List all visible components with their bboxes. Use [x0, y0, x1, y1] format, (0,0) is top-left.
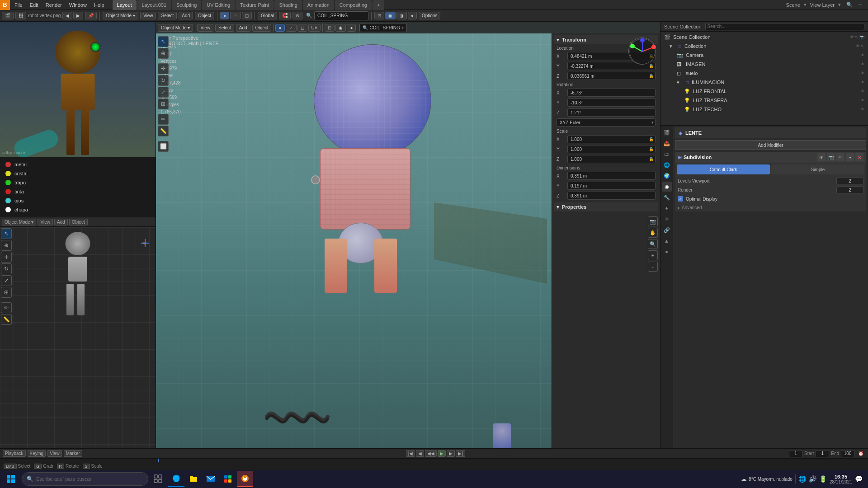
- prop-tab-modifier[interactable]: 🔧: [662, 192, 672, 202]
- mod-catmull-clark-btn[interactable]: Catmull-Clark: [677, 164, 770, 174]
- viewport-shading-material[interactable]: ◑: [396, 12, 407, 19]
- menu-edit[interactable]: Edit: [26, 0, 42, 9]
- proportional-edit[interactable]: ⊙: [292, 12, 302, 19]
- optimal-display-checkbox[interactable]: ✓: [678, 196, 683, 202]
- tray-network-icon[interactable]: 🌐: [798, 475, 806, 483]
- vis-render[interactable]: 📷: [859, 35, 864, 39]
- rot-x-field[interactable]: -6.73°: [567, 89, 656, 97]
- vt-shading-solid[interactable]: ◉: [335, 24, 346, 32]
- prop-tab-view-layer[interactable]: 🗂: [662, 149, 672, 159]
- outliner-item-luz-trasera[interactable]: 💡 LUZ TRASERA 👁: [660, 96, 868, 105]
- taskbar-app-explorer[interactable]: [185, 471, 202, 487]
- prop-tab-constraints[interactable]: 🔗: [662, 225, 672, 235]
- tool-annotate[interactable]: ✏: [158, 114, 169, 125]
- dim-x-field[interactable]: 0.391 m: [567, 172, 656, 180]
- jump-end-btn[interactable]: ▶|: [456, 450, 465, 457]
- search-input[interactable]: [314, 11, 368, 20]
- outliner-item-luz-techo[interactable]: 💡 LUZ-TECHO 👁: [660, 105, 868, 114]
- levels-viewport-value[interactable]: 2: [836, 177, 863, 184]
- taskbar-app-mail[interactable]: [203, 471, 219, 487]
- prop-tab-material[interactable]: ●: [662, 247, 672, 257]
- rotation-mode-dropdown[interactable]: XYZ Euler ▾: [557, 118, 656, 127]
- menu-file[interactable]: File: [11, 0, 26, 9]
- vt-view[interactable]: View: [197, 24, 213, 32]
- tool-select[interactable]: ↖: [158, 36, 169, 47]
- vt-add[interactable]: Add: [236, 24, 250, 32]
- taskbar-app-store[interactable]: [220, 471, 236, 487]
- modifier-edit-btn[interactable]: ✏: [836, 153, 844, 161]
- tray-sound-icon[interactable]: 🔊: [809, 475, 816, 483]
- vis-suelo-eye[interactable]: 👁: [860, 71, 864, 75]
- prop-tab-output[interactable]: 📤: [662, 138, 672, 148]
- sc-x-field[interactable]: 1.000 🔒: [567, 135, 656, 143]
- tray-battery-icon[interactable]: 🔋: [819, 475, 827, 483]
- tl-playback[interactable]: Playback: [3, 450, 26, 457]
- vis-camera-eye[interactable]: 👁: [860, 53, 864, 57]
- select-btn[interactable]: Select: [158, 12, 177, 19]
- tool-move[interactable]: ✛: [158, 63, 169, 74]
- blender-logo[interactable]: B: [0, 0, 10, 10]
- taskbar-app-blender[interactable]: [237, 471, 253, 487]
- vis-collection-eye[interactable]: 👁: [856, 44, 860, 48]
- properties-header[interactable]: ▾ Properties: [554, 202, 658, 211]
- advanced-toggle[interactable]: ▸ Advanced: [675, 203, 866, 211]
- viewport-shading-render[interactable]: ●: [408, 12, 417, 19]
- mode-dropdown[interactable]: Object Mode ▾: [103, 12, 138, 19]
- material-tirita[interactable]: tirita: [4, 188, 152, 195]
- vrt-zoom-out[interactable]: -: [648, 262, 658, 272]
- mini-object-btn[interactable]: Object: [69, 219, 88, 225]
- start-frame[interactable]: 1: [816, 450, 829, 457]
- vt-face-select[interactable]: ◻: [297, 24, 307, 32]
- mini-add-btn[interactable]: Add: [54, 219, 68, 225]
- tool-cursor[interactable]: ⊕: [158, 48, 169, 59]
- vrt-zoom-in[interactable]: +: [648, 250, 658, 260]
- prop-tab-particles[interactable]: ✦: [662, 203, 672, 213]
- vt-xray[interactable]: ⊡: [325, 24, 335, 32]
- main-viewport[interactable]: Object Mode ▾ View Select Add Object ● ⟋…: [156, 22, 660, 466]
- tl-marker[interactable]: Marker: [64, 450, 82, 457]
- notification-icon[interactable]: 💬: [855, 475, 863, 483]
- add-btn[interactable]: Add: [179, 12, 193, 19]
- outliner-item-luz-frontal[interactable]: 💡 LUZ FRONTAL 👁: [660, 87, 868, 96]
- object-search-bar[interactable]: 🔍 COIL_SPRING ▾: [359, 23, 406, 32]
- next-frame-btn[interactable]: ▶: [447, 450, 455, 457]
- snap-btn[interactable]: 🧲: [279, 12, 291, 19]
- object-btn[interactable]: Object: [195, 12, 214, 19]
- mini-tool-cursor[interactable]: ⊕: [1, 240, 12, 251]
- modifier-close-btn[interactable]: ✕: [855, 153, 863, 161]
- vt-shading-render[interactable]: ●: [347, 24, 356, 32]
- pin-btn[interactable]: 📌: [85, 12, 97, 19]
- vt-object[interactable]: Object: [252, 24, 272, 32]
- vt-select[interactable]: Select: [215, 24, 234, 32]
- mini-tool-transform[interactable]: ⊞: [1, 287, 12, 298]
- prev-frame-btn[interactable]: ◀: [416, 450, 424, 457]
- sc-y-field[interactable]: 1.000 🔒: [567, 145, 656, 153]
- view-btn[interactable]: View: [140, 12, 156, 19]
- select-mode-face[interactable]: ◻: [242, 12, 252, 19]
- vrt-hand[interactable]: ✋: [648, 228, 658, 238]
- tab-layout001[interactable]: Layout.001: [137, 0, 171, 10]
- play-reverse-btn[interactable]: ◀◀: [425, 450, 437, 457]
- material-chapa[interactable]: chapa: [4, 206, 152, 213]
- mini-tool-scale[interactable]: ⤢: [1, 275, 12, 286]
- tool-transform[interactable]: ⊞: [158, 99, 169, 109]
- tab-texture-paint[interactable]: Texture Paint: [236, 0, 274, 10]
- loc-z-field[interactable]: 0.036961 m 🔒: [567, 72, 656, 80]
- viewport-shading-wire[interactable]: ⊡: [374, 12, 384, 19]
- vt-object-mode[interactable]: Object Mode ▾: [158, 24, 193, 32]
- tab-add[interactable]: +: [373, 0, 384, 10]
- outliner-item-collection[interactable]: ▾ □ Collection 👁 ↖: [660, 42, 868, 51]
- outliner-item-suelo[interactable]: ◻ suelo 👁: [660, 69, 868, 78]
- tab-shading[interactable]: Shading: [274, 0, 302, 10]
- start-button[interactable]: [2, 470, 20, 488]
- tab-sculpting[interactable]: Sculpting: [172, 0, 201, 10]
- material-ojos[interactable]: ojos: [4, 197, 152, 204]
- modifier-realtime-btn[interactable]: 👁: [817, 153, 826, 161]
- vis-select[interactable]: ↖: [855, 35, 859, 39]
- mini-viewport[interactable]: ⊕ ↖ ⊕ ✛ ↻ ⤢ ⊞ ✏ 📏: [0, 227, 156, 466]
- material-trapo[interactable]: trapo: [4, 179, 152, 186]
- jump-start-btn[interactable]: |◀: [406, 450, 415, 457]
- tool-measure[interactable]: 📏: [158, 126, 169, 136]
- outliner-item-imagen[interactable]: 🖼 IMAGEN 👁: [660, 60, 868, 69]
- taskbar-search[interactable]: 🔍 Escribe aquí para buscar: [22, 472, 148, 486]
